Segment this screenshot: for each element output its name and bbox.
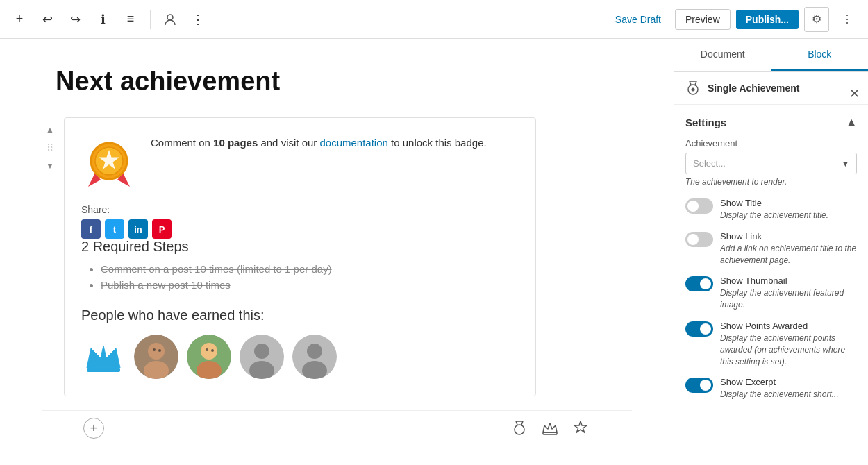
desc-link[interactable]: documentation bbox=[319, 137, 387, 149]
earned-heading: People who have earned this: bbox=[81, 307, 519, 323]
move-down-button[interactable]: ▼ bbox=[42, 159, 58, 173]
sidebar: Document Block ✕ Single Achievement Sett… bbox=[674, 39, 868, 465]
select-chevron-icon: ▼ bbox=[842, 160, 849, 168]
sidebar-content: Settings ▲ Achievement Select... ▼ The a… bbox=[674, 105, 868, 465]
show-excerpt-info: Show Excerpt Display the achievement sho… bbox=[720, 377, 839, 400]
sidebar-block-header: Single Achievement bbox=[674, 72, 868, 105]
step-item-1: Comment on a post 10 times (limited to 1… bbox=[101, 263, 519, 275]
required-steps-heading: 2 Required Steps bbox=[81, 239, 519, 255]
linkedin-share-button[interactable]: in bbox=[128, 219, 148, 239]
svg-marker-25 bbox=[543, 423, 557, 432]
steps-list: Comment on a post 10 times (limited to 1… bbox=[81, 263, 519, 291]
achievement-setting-label: Achievement bbox=[685, 138, 857, 149]
bottom-bar: + bbox=[42, 410, 632, 446]
show-points-desc: Display the achievement points awarded (… bbox=[720, 332, 857, 367]
svg-marker-6 bbox=[87, 346, 120, 368]
show-thumbnail-toggle[interactable] bbox=[685, 276, 713, 291]
tab-document[interactable]: Document bbox=[674, 39, 771, 71]
preview-button[interactable]: Preview bbox=[675, 9, 731, 30]
show-link-info: Show Link Add a link on achievement titl… bbox=[720, 231, 857, 267]
badge-icon-bottom[interactable] bbox=[571, 418, 590, 438]
show-link-label: Show Link bbox=[720, 231, 857, 242]
show-title-toggle[interactable] bbox=[685, 198, 713, 214]
show-points-toggle[interactable] bbox=[685, 321, 713, 337]
earner-avatar-2 bbox=[187, 335, 231, 379]
collapse-settings-button[interactable]: ▲ bbox=[846, 116, 857, 128]
svg-point-29 bbox=[692, 88, 695, 92]
crown-bottom-icon bbox=[542, 421, 558, 436]
bottom-icons bbox=[510, 418, 590, 438]
sidebar-block-title: Single Achievement bbox=[708, 83, 800, 94]
svg-point-19 bbox=[254, 344, 269, 359]
show-link-toggle[interactable] bbox=[685, 232, 713, 247]
svg-point-16 bbox=[206, 348, 208, 351]
show-points-toggle-row: Show Points Awarded Display the achievem… bbox=[685, 321, 857, 367]
more-options-button[interactable]: ⋮ bbox=[187, 8, 209, 31]
achievement-icon-bottom[interactable] bbox=[510, 418, 529, 438]
avatar-generic-1 bbox=[240, 335, 284, 379]
crown-icon-bottom[interactable] bbox=[540, 418, 560, 438]
move-up-button[interactable]: ▲ bbox=[42, 123, 58, 137]
facebook-share-button[interactable]: f bbox=[81, 219, 101, 239]
earner-avatar-1 bbox=[134, 335, 178, 379]
earner-avatar-4 bbox=[292, 335, 337, 379]
achievement-select[interactable]: Select... ▼ bbox=[685, 153, 857, 174]
badge-icon bbox=[81, 135, 137, 190]
toolbar-right: Save Draft Preview Publish... ⚙ ⋮ bbox=[607, 7, 860, 32]
show-thumbnail-info: Show Thumbnail Display the achievement f… bbox=[720, 276, 857, 311]
avatar-generic-2 bbox=[292, 335, 337, 379]
show-points-label: Show Points Awarded bbox=[720, 321, 857, 331]
svg-point-12 bbox=[158, 349, 161, 352]
settings-gear-button[interactable]: ⚙ bbox=[804, 7, 829, 32]
desc-part1: Comment on bbox=[151, 137, 213, 149]
block-wrapper: ▲ ⠿ ▼ bbox=[42, 117, 632, 396]
share-label: Share: bbox=[81, 204, 519, 215]
select-placeholder: Select... bbox=[693, 158, 726, 169]
share-section: Share: f t in P bbox=[81, 204, 519, 239]
step-item-2: Publish a new post 10 times bbox=[101, 279, 519, 291]
add-block-bottom-button[interactable]: + bbox=[83, 418, 104, 439]
avatar-image-1 bbox=[134, 335, 178, 379]
show-excerpt-toggle-row: Show Excerpt Display the achievement sho… bbox=[685, 377, 857, 400]
show-title-label: Show Title bbox=[720, 198, 828, 208]
show-thumbnail-label: Show Thumbnail bbox=[720, 276, 857, 286]
settings-section-title: Settings bbox=[685, 117, 726, 128]
drag-handle[interactable]: ⠿ bbox=[47, 140, 53, 156]
desc-part3: to unlock this badge. bbox=[388, 137, 487, 149]
svg-point-11 bbox=[153, 348, 156, 351]
undo-button[interactable]: ↩ bbox=[36, 8, 58, 31]
earner-avatar-3 bbox=[240, 335, 284, 379]
show-excerpt-desc: Display the achievement short... bbox=[720, 389, 839, 400]
show-link-desc: Add a link on achievement title to the a… bbox=[720, 243, 857, 267]
svg-point-0 bbox=[167, 15, 173, 20]
svg-rect-7 bbox=[87, 368, 120, 372]
save-draft-button[interactable]: Save Draft bbox=[607, 10, 669, 29]
user-icon-button[interactable] bbox=[159, 8, 181, 31]
add-block-toolbar-button[interactable]: + bbox=[8, 8, 31, 31]
sidebar-tabs: Document Block bbox=[674, 39, 868, 72]
achievement-description: Comment on 10 pages and visit our docume… bbox=[151, 135, 487, 151]
redo-button[interactable]: ↪ bbox=[64, 8, 86, 31]
toolbar-more-button[interactable]: ⋮ bbox=[835, 7, 860, 32]
achievement-sidebar-icon bbox=[685, 81, 701, 96]
show-title-toggle-row: Show Title Display the achievement title… bbox=[685, 198, 857, 221]
svg-marker-27 bbox=[574, 421, 587, 432]
show-thumbnail-toggle-row: Show Thumbnail Display the achievement f… bbox=[685, 276, 857, 311]
pinterest-share-button[interactable]: P bbox=[152, 219, 172, 239]
sidebar-close-button[interactable]: ✕ bbox=[849, 86, 860, 101]
twitter-share-button[interactable]: t bbox=[105, 219, 124, 239]
achievement-block: Comment on 10 pages and visit our docume… bbox=[64, 117, 536, 396]
achievement-setting-group: Achievement Select... ▼ The achievement … bbox=[685, 138, 857, 187]
svg-point-24 bbox=[515, 425, 524, 434]
show-excerpt-label: Show Excerpt bbox=[720, 377, 839, 387]
show-excerpt-toggle[interactable] bbox=[685, 378, 713, 393]
publish-button[interactable]: Publish... bbox=[736, 10, 799, 29]
tab-block[interactable]: Block bbox=[771, 39, 869, 71]
show-thumbnail-desc: Display the achievement featured image. bbox=[720, 287, 857, 311]
list-view-button[interactable]: ≡ bbox=[119, 8, 142, 31]
svg-point-9 bbox=[148, 343, 165, 360]
info-button[interactable]: ℹ bbox=[92, 8, 114, 31]
svg-point-17 bbox=[211, 349, 214, 352]
toolbar-separator bbox=[150, 10, 151, 29]
achievement-hint: The achievement to render. bbox=[685, 177, 857, 187]
